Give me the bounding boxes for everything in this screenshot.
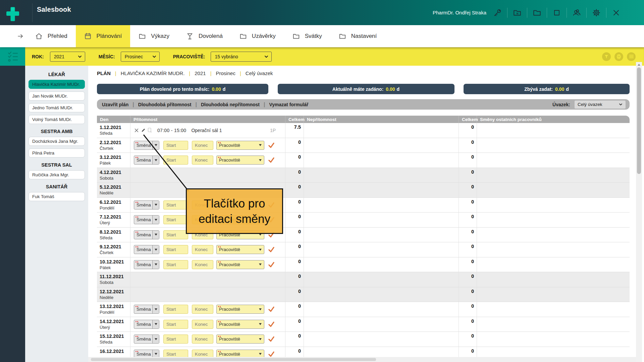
filter-funnel-button[interactable] bbox=[602, 52, 611, 61]
tab-svatky[interactable]: Svátky bbox=[284, 25, 330, 47]
tab-uzaverky[interactable]: Uzávěrky bbox=[231, 25, 284, 47]
start-input[interactable] bbox=[163, 200, 188, 209]
start-input[interactable] bbox=[163, 320, 188, 329]
absence-cell bbox=[304, 123, 459, 138]
staff-item[interactable]: Jedno Tomáš MUDr. bbox=[29, 103, 85, 112]
absence-cell bbox=[304, 242, 459, 257]
pracoviste-select[interactable]: Pracoviště bbox=[216, 320, 264, 329]
start-input[interactable] bbox=[163, 141, 188, 150]
mesic-select[interactable]: Prosinec bbox=[121, 52, 160, 62]
print-button[interactable] bbox=[614, 52, 623, 61]
horizontal-scroll-thumb[interactable] bbox=[91, 358, 376, 361]
staff-item[interactable]: Ručička Jirka Mgr. bbox=[29, 170, 85, 179]
gear-icon[interactable] bbox=[592, 8, 601, 17]
pracoviste-select[interactable]: 15 vybráno bbox=[211, 52, 272, 62]
smena-select[interactable]: Směna bbox=[134, 215, 159, 224]
start-input[interactable] bbox=[163, 215, 188, 224]
delete-shift-icon[interactable] bbox=[134, 128, 139, 133]
header-separator bbox=[567, 8, 567, 18]
present-total-cell: 0 bbox=[285, 213, 304, 227]
absent-total-cell: 0 bbox=[459, 138, 477, 153]
key-icon[interactable] bbox=[493, 8, 502, 17]
staff-item[interactable]: Pilná Petra bbox=[29, 148, 85, 158]
tab-dovolena[interactable]: Dovolená bbox=[178, 25, 231, 47]
chevron-down-icon bbox=[152, 55, 156, 58]
staff-group-title: SESTRA AMB bbox=[25, 129, 88, 134]
tab-prehled[interactable]: Přehled bbox=[27, 25, 76, 47]
folder-icon[interactable] bbox=[533, 8, 541, 17]
start-input[interactable] bbox=[163, 230, 188, 239]
smena-select[interactable]: Směna bbox=[134, 200, 159, 209]
smena-select[interactable]: Směna bbox=[134, 305, 159, 314]
smena-select[interactable]: Směna bbox=[134, 156, 159, 165]
smena-select[interactable]: Směna bbox=[134, 320, 159, 329]
smena-select[interactable]: Směna bbox=[134, 230, 159, 239]
longterm-presence-action[interactable]: Dlouhodobá přítomnost bbox=[138, 102, 192, 107]
expand-arrow-icon[interactable] bbox=[17, 33, 23, 39]
window-icon[interactable] bbox=[552, 8, 561, 17]
konec-input[interactable] bbox=[192, 245, 213, 254]
konec-input[interactable] bbox=[192, 260, 213, 269]
smena-select-label: Směna bbox=[134, 202, 152, 207]
vertical-scroll-thumb[interactable] bbox=[637, 67, 641, 174]
confirm-check-icon[interactable] bbox=[268, 246, 275, 253]
edit-shift-icon[interactable] bbox=[141, 128, 146, 133]
smena-select[interactable]: Směna bbox=[134, 335, 159, 344]
konec-input[interactable] bbox=[192, 320, 213, 329]
smena-select[interactable]: Směna bbox=[134, 141, 159, 150]
uvazek-select[interactable]: Celý úvazek bbox=[575, 101, 626, 109]
confirm-check-icon[interactable] bbox=[268, 306, 275, 312]
konec-input[interactable] bbox=[192, 335, 213, 344]
confirm-check-icon[interactable] bbox=[268, 142, 275, 148]
tab-nastaveni[interactable]: Nastavení bbox=[330, 25, 385, 47]
clear-form-action[interactable]: Vymazat formulář bbox=[269, 102, 308, 107]
pracoviste-select[interactable]: Pracoviště bbox=[216, 156, 264, 165]
start-input[interactable] bbox=[163, 245, 188, 254]
tab-vykazy[interactable]: Výkazy bbox=[130, 25, 178, 47]
table-row: 15.12.2021StředaSměnaPracoviště00 bbox=[97, 332, 630, 347]
staff-item[interactable]: Hlavička Kazimír MUDr. bbox=[29, 80, 85, 89]
scroll-up-arrow-icon[interactable] bbox=[638, 64, 640, 66]
confirm-check-icon[interactable] bbox=[268, 261, 275, 268]
confirm-check-icon[interactable] bbox=[268, 157, 275, 163]
toolbar-separator: | bbox=[264, 102, 265, 108]
close-icon[interactable] bbox=[612, 8, 621, 17]
staff-item[interactable]: Fuk Tomáš bbox=[29, 192, 85, 201]
horizontal-scrollbar[interactable] bbox=[88, 357, 636, 362]
checklist-panel-button[interactable] bbox=[0, 47, 25, 66]
staff-item[interactable]: Volný Tomáš MUDr. bbox=[29, 115, 85, 124]
tab-planovani[interactable]: Plánování bbox=[76, 25, 130, 47]
users-icon[interactable] bbox=[572, 8, 581, 17]
pracoviste-select[interactable]: Pracoviště bbox=[216, 245, 264, 254]
confirm-check-icon[interactable] bbox=[268, 321, 275, 327]
row-day-name: Středa bbox=[100, 131, 127, 136]
confirm-check-icon[interactable] bbox=[268, 336, 275, 342]
pracoviste-select[interactable]: Pracoviště bbox=[216, 335, 264, 344]
pracoviste-select[interactable]: Pracoviště bbox=[216, 141, 264, 150]
start-input[interactable] bbox=[163, 305, 188, 314]
folder-n-icon[interactable]: N bbox=[513, 8, 522, 17]
smena-select[interactable]: Směna bbox=[134, 260, 159, 269]
staff-sidebar: LÉKAŘHlavička Kazimír MUDr.Jan Novák MUD… bbox=[25, 66, 88, 362]
staff-item[interactable]: Jan Novák MUDr. bbox=[29, 92, 85, 101]
smena-select[interactable]: Směna bbox=[134, 245, 159, 254]
start-input[interactable] bbox=[163, 260, 188, 269]
pracoviste-select[interactable]: Pracoviště bbox=[216, 305, 264, 314]
close-plan-action[interactable]: Uzavřít plán bbox=[102, 102, 128, 107]
rok-select[interactable]: 2021 bbox=[50, 52, 85, 62]
longterm-absence-action[interactable]: Dlouhodobá nepřítomnost bbox=[201, 102, 260, 107]
staff-item[interactable]: Docházková Jana Mgr. bbox=[29, 137, 85, 146]
funnel-icon bbox=[604, 54, 609, 59]
copy-shift-icon[interactable] bbox=[147, 128, 153, 133]
presence-cell: SměnaPracoviště bbox=[130, 138, 285, 153]
menu-button[interactable] bbox=[627, 52, 636, 61]
start-input[interactable] bbox=[163, 335, 188, 344]
konec-input[interactable] bbox=[192, 305, 213, 314]
confirm-check-icon[interactable] bbox=[268, 351, 275, 357]
start-input[interactable] bbox=[163, 156, 188, 165]
vertical-scrollbar[interactable] bbox=[636, 62, 642, 362]
pracoviste-select[interactable]: Pracoviště bbox=[216, 260, 264, 269]
remaining-pill: Zbývá zadat: 0.00 d bbox=[464, 84, 630, 94]
konec-input[interactable] bbox=[192, 156, 213, 165]
konec-input[interactable] bbox=[192, 141, 213, 150]
